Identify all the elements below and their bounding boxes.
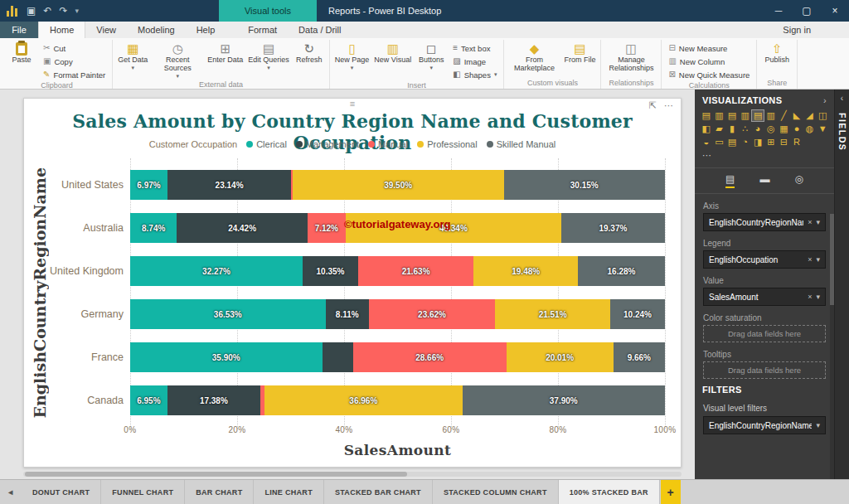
visual-icon-waterfall[interactable]: ▮ <box>726 124 738 134</box>
visual-icon-stacked-column[interactable]: ▥ <box>714 110 725 121</box>
more-visuals-icon[interactable]: ⋯ <box>701 150 725 161</box>
visual-icon-gauge[interactable]: ◒ <box>701 137 712 148</box>
new-quick-measure-button[interactable]: ⊠New Quick Measure <box>666 69 752 80</box>
bar-segment-management[interactable]: 8.11% <box>326 299 369 329</box>
from-file-button[interactable]: ▤From File <box>561 40 598 78</box>
legend-item[interactable]: Management <box>296 139 359 149</box>
visual-icon-line-clustered-column[interactable]: ◫ <box>817 110 828 121</box>
minimize-button[interactable]: ─ <box>764 0 793 22</box>
fields-pane-collapsed[interactable]: ‹ FIELDS <box>834 90 849 479</box>
legend-item[interactable]: Clerical <box>246 139 287 149</box>
cut-button[interactable]: ✂Cut <box>41 42 108 54</box>
report-page[interactable]: ≡ ⇱ ⋯ Sales Amount by Country Region Nam… <box>23 98 682 468</box>
dropdown-caret-icon[interactable]: ▾ <box>816 293 820 301</box>
bar-segment-professional[interactable]: 21.51% <box>495 299 610 329</box>
remove-field-icon[interactable]: × <box>808 256 812 264</box>
save-icon[interactable]: ▣ <box>27 6 36 16</box>
field-pill[interactable]: SalesAmount×▾ <box>703 288 826 306</box>
visual-icon-area-chart[interactable]: ◣ <box>791 110 803 121</box>
legend-item[interactable]: Skilled Manual <box>487 139 556 149</box>
bar-segment-clerical[interactable]: 35.90% <box>130 342 323 372</box>
visual-icon-line-chart[interactable]: ╱ <box>779 110 790 121</box>
buttons-button[interactable]: ◻Buttons▾ <box>414 40 449 80</box>
bar-segment-manual[interactable]: 7.12% <box>308 213 346 243</box>
tab-view[interactable]: View <box>85 22 127 38</box>
sign-in-link[interactable]: Sign in <box>783 22 811 38</box>
tab-modeling[interactable]: Modeling <box>127 22 186 38</box>
pane-tab-analytics-icon[interactable]: ◎ <box>794 174 803 188</box>
tab-scroll-left-icon[interactable]: ◂ <box>0 480 22 504</box>
copy-button[interactable]: ▣Copy <box>41 56 108 67</box>
bar-segment-skilled-manual[interactable]: 19.37% <box>561 213 665 243</box>
redo-icon[interactable]: ↷ <box>59 6 67 16</box>
new-page-tab-button[interactable]: + <box>661 480 681 504</box>
page-tab[interactable]: FUNNEL CHART <box>101 480 185 504</box>
enter-data-button[interactable]: ⊞Enter Data <box>205 40 245 80</box>
bar-segment-skilled-manual[interactable]: 16.28% <box>578 256 665 286</box>
pane-tab-fields-icon[interactable]: ▤ <box>725 174 735 188</box>
visual-icon-slicer[interactable]: ◨ <box>752 137 764 148</box>
new-page-button[interactable]: ▯New Page▾ <box>332 40 372 80</box>
shapes-button[interactable]: ◧Shapes▾ <box>450 69 499 80</box>
paste-button[interactable]: Paste <box>4 40 39 80</box>
drag-handle-icon[interactable]: ≡ <box>350 99 355 109</box>
new-measure-button[interactable]: ⊟New Measure <box>666 42 752 54</box>
file-tab[interactable]: File <box>0 22 38 38</box>
pane-scrollbar-thumb[interactable] <box>830 214 834 305</box>
visual-icon-clustered-bar[interactable]: ▤ <box>726 110 738 121</box>
bar-segment-skilled-manual[interactable]: 10.24% <box>610 299 665 329</box>
field-pill[interactable]: EnglishOccupation×▾ <box>703 250 826 269</box>
bar-segment-clerical[interactable]: 36.53% <box>130 299 326 329</box>
page-tab[interactable]: BAR CHART <box>185 480 254 504</box>
field-drop-placeholder[interactable]: Drag data fields here <box>703 325 826 342</box>
undo-icon[interactable]: ↶ <box>43 6 51 16</box>
dropdown-caret-icon[interactable]: ▾ <box>816 422 820 429</box>
refresh-button[interactable]: ↻Refresh <box>292 40 327 80</box>
bar-segment-management[interactable]: 24.42% <box>177 213 308 243</box>
visual-icon-line-stacked-column[interactable]: ◧ <box>701 124 712 134</box>
visual-icon-100-stacked-bar[interactable]: ▤ <box>752 110 764 121</box>
new-visual-button[interactable]: ▥New Visual <box>371 40 414 80</box>
bar-segment-skilled-manual[interactable]: 37.90% <box>463 385 665 415</box>
format-painter-button[interactable]: ✎Format Painter <box>41 69 108 80</box>
visual-icon-scatter[interactable]: ∴ <box>740 124 751 134</box>
pane-tab-format-icon[interactable]: ▬ <box>759 174 769 188</box>
expand-fields-icon[interactable]: ‹ <box>841 94 843 103</box>
visual-icon-filled-map[interactable]: ◍ <box>804 124 816 134</box>
bar-segment-skilled-manual[interactable]: 30.15% <box>504 170 665 200</box>
bar-segment-clerical[interactable]: 6.97% <box>130 170 167 200</box>
legend-item[interactable]: Professional <box>417 139 478 149</box>
filter-card[interactable]: EnglishCountryRegionName (All)▾ <box>703 416 826 434</box>
close-button[interactable]: × <box>821 0 849 22</box>
visual-icon-card[interactable]: ▭ <box>714 137 725 148</box>
from-marketplace-button[interactable]: ◆From Marketplace <box>507 40 561 78</box>
visual-icon-map[interactable]: ● <box>791 124 803 134</box>
page-tab[interactable]: STACKED BAR CHART <box>324 480 433 504</box>
focus-mode-icon[interactable]: ⇱ <box>649 101 657 110</box>
visual-icon-pie-chart[interactable]: ◕ <box>752 124 764 134</box>
bar-segment-clerical[interactable]: 8.74% <box>130 213 177 243</box>
visual-icon-stacked-area[interactable]: ◢ <box>804 110 816 121</box>
remove-field-icon[interactable]: × <box>808 219 812 226</box>
dropdown-caret-icon[interactable]: ▾ <box>816 256 820 264</box>
visual-icon-funnel[interactable]: ▼ <box>817 124 828 134</box>
tab-help[interactable]: Help <box>186 22 226 38</box>
visual-tools-tab[interactable]: Visual tools <box>219 0 317 22</box>
edit-queries-button[interactable]: ▤Edit Queries▾ <box>245 40 292 80</box>
remove-field-icon[interactable]: × <box>808 293 812 301</box>
bar-segment-professional[interactable]: 19.48% <box>473 256 578 286</box>
qat-dropdown-icon[interactable]: ▾ <box>75 7 79 15</box>
text-box-button[interactable]: ≡Text box <box>450 42 499 54</box>
page-tab[interactable]: LINE CHART <box>254 480 324 504</box>
bar-segment-manual[interactable]: 23.62% <box>369 299 495 329</box>
page-tab[interactable]: 100% STACKED BAR <box>559 480 660 504</box>
visual-icon-r-script[interactable]: R <box>791 137 803 148</box>
bar-segment-professional[interactable]: 36.96% <box>264 385 462 415</box>
visual-icon-donut-chart[interactable]: ◎ <box>765 124 777 134</box>
new-column-button[interactable]: ▥New Column <box>666 56 752 67</box>
visual-icon-clustered-column[interactable]: ▥ <box>740 110 751 121</box>
visual-icon-100-stacked-column[interactable]: ▥ <box>765 110 777 121</box>
visual-icon-table[interactable]: ⊞ <box>765 137 777 148</box>
bar-segment-professional[interactable]: 39.50% <box>293 170 504 200</box>
tab-format[interactable]: Format <box>237 22 288 38</box>
